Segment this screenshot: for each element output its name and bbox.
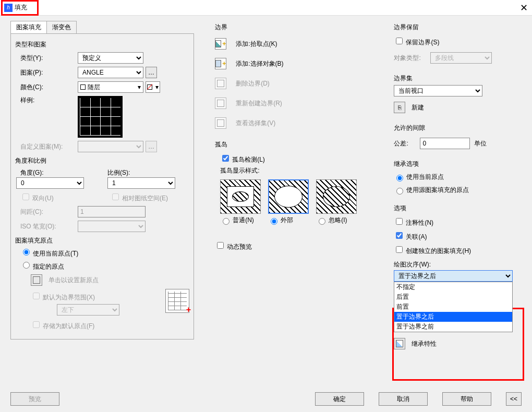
inherit-source-radio[interactable]: 使用源图案填充的原点 — [394, 186, 522, 195]
assoc-checkbox[interactable]: 关联(A) — [394, 231, 522, 241]
custom-pattern-label: 自定义图案(M): — [15, 142, 78, 151]
select-objects-label[interactable]: 添加:选择对象(B) — [236, 59, 283, 68]
objtype-select: 多段线 — [430, 52, 492, 64]
tab-gradient[interactable]: 渐变色 — [46, 21, 77, 33]
custom-pattern-select — [78, 141, 143, 152]
group-origin: 图案填充原点 — [15, 236, 189, 245]
pattern-label: 图案(P): — [15, 68, 78, 77]
draw-order-select[interactable]: 置于边界之后 — [394, 270, 513, 282]
island-outer-radio[interactable]: 外部 — [268, 216, 309, 225]
island-outer-img[interactable] — [268, 179, 309, 214]
tol-input[interactable] — [420, 138, 470, 149]
retain-checkbox[interactable]: 保留边界(S) — [394, 36, 522, 47]
color-select[interactable]: 随层▾ — [78, 81, 143, 93]
group-boundary: 边界 — [215, 23, 373, 32]
island-normal-img[interactable] — [220, 179, 261, 214]
pattern-preview[interactable] — [78, 96, 123, 138]
angle-label: 角度(G): — [15, 168, 97, 177]
cancel-button[interactable]: 取消 — [379, 392, 428, 406]
origin-current-radio[interactable]: 使用当前原点(T) — [20, 247, 78, 258]
default-bounds-checkbox: 默认为边界范围(X) — [31, 291, 157, 302]
spacing-input — [78, 206, 146, 217]
type-label: 类型(Y): — [15, 54, 78, 63]
new-bset-button[interactable]: 新建 — [412, 103, 424, 112]
collapse-button[interactable]: << — [506, 392, 522, 406]
pattern-select[interactable]: ANGLE — [78, 67, 143, 78]
inherit-current-radio[interactable]: 使用当前原点 — [394, 173, 522, 181]
island-ignore-img[interactable] — [316, 179, 357, 214]
select-objects-icon[interactable]: + — [215, 58, 226, 69]
preview-button: 预览 — [10, 392, 59, 406]
objtype-label: 对象类型: — [394, 54, 430, 63]
group-inherit: 继承选项 — [394, 160, 522, 168]
group-options: 选项 — [394, 204, 522, 213]
annotative-checkbox[interactable]: 注释性(N) — [394, 216, 522, 227]
group-gap: 允许的间隙 — [394, 124, 522, 132]
pick-points-icon[interactable]: + — [215, 38, 226, 50]
recreate-boundary-icon — [215, 98, 226, 109]
group-bset: 边界集 — [394, 74, 522, 83]
draw-order-opt-3[interactable]: 置于边界之后 — [394, 312, 512, 322]
double-checkbox: 双向(U) — [15, 192, 100, 203]
new-origin-icon — [31, 274, 42, 286]
delete-boundary-icon — [215, 78, 226, 89]
angle-select[interactable]: 0 — [16, 177, 84, 189]
app-icon: h — [4, 4, 13, 12]
window-title: 填充 — [15, 3, 520, 12]
dynamic-preview-checkbox[interactable]: 动态预览 — [215, 240, 373, 251]
pattern-browse-button[interactable]: … — [146, 67, 157, 78]
view-selection-icon — [215, 117, 226, 129]
island-ignore-radio[interactable]: 忽略(I) — [316, 216, 357, 225]
group-type-pattern: 类型和图案 — [15, 40, 189, 49]
relative-checkbox: 相对图纸空间(E) — [110, 192, 189, 203]
scale-label: 比例(S): — [107, 168, 189, 177]
draw-order-opt-2[interactable]: 前置 — [394, 302, 512, 312]
click-new-origin: 单击以设置新原点 — [49, 276, 99, 285]
iso-label: ISO 笔宽(O): — [15, 222, 78, 231]
unit-label: 单位 — [474, 139, 487, 148]
view-selection-label: 查看选择集(V) — [236, 119, 275, 128]
scale-select[interactable]: 1 — [107, 177, 175, 189]
ok-button[interactable]: 确定 — [315, 392, 364, 406]
inherit-props-label[interactable]: 继承特性 — [412, 340, 437, 348]
close-icon[interactable]: ✕ — [520, 2, 528, 14]
draw-order-opt-1[interactable]: 后置 — [394, 292, 512, 302]
origin-pos-select: 左下 — [57, 304, 119, 316]
inherit-props-icon[interactable] — [394, 338, 405, 349]
draw-order-dropdown-list[interactable]: 不指定 后置 前置 置于边界之后 置于边界之前 — [394, 282, 513, 332]
tab-hatch[interactable]: 图案填充 — [10, 21, 47, 33]
island-style-label: 孤岛显示样式: — [220, 166, 373, 175]
origin-specify-radio[interactable]: 指定的原点 — [20, 260, 64, 271]
color-label: 颜色(C): — [15, 83, 78, 92]
delete-boundary-label: 删除边界(D) — [236, 79, 270, 88]
group-angle-scale: 角度和比例 — [15, 156, 189, 165]
origin-preview: + — [165, 289, 189, 313]
group-retain: 边界保留 — [394, 23, 522, 32]
draw-order-opt-0[interactable]: 不指定 — [394, 282, 512, 292]
color2-select[interactable]: ▾ — [146, 81, 160, 93]
draw-order-label: 绘图次序(W): — [394, 260, 522, 269]
spacing-label: 间距(C): — [15, 208, 78, 216]
store-default-checkbox: 存储为默认原点(F) — [31, 320, 189, 331]
draw-order-opt-4[interactable]: 置于边界之前 — [394, 322, 512, 332]
pick-points-label[interactable]: 添加:拾取点(K) — [236, 40, 277, 49]
help-button[interactable]: 帮助 — [442, 392, 491, 406]
separate-checkbox[interactable]: 创建独立的图案填充(H) — [394, 245, 522, 256]
new-bset-icon[interactable]: ⎘ — [394, 102, 405, 113]
island-detect-checkbox[interactable]: 孤岛检测(L) — [220, 153, 373, 164]
custom-pattern-browse: … — [146, 141, 157, 152]
type-select[interactable]: 预定义 — [78, 52, 143, 64]
sample-label: 样例: — [15, 96, 78, 105]
bset-select[interactable]: 当前视口 — [394, 85, 482, 96]
recreate-boundary-label: 重新创建边界(R) — [236, 99, 282, 108]
iso-select — [78, 221, 146, 232]
island-normal-radio[interactable]: 普通(N) — [220, 216, 261, 225]
tol-label: 公差: — [394, 139, 420, 148]
group-islands: 孤岛 — [215, 140, 373, 149]
